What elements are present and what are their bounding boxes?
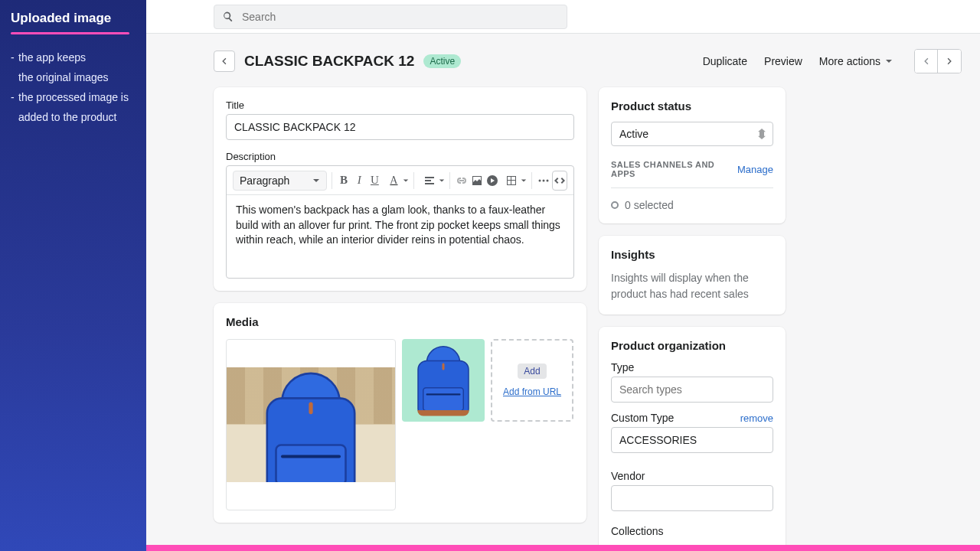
vendor-input[interactable] — [611, 485, 773, 511]
title-label: Title — [226, 99, 574, 111]
svg-point-3 — [546, 179, 548, 181]
topbar — [146, 0, 980, 34]
video-button[interactable] — [485, 170, 499, 191]
caret-down-icon — [885, 57, 893, 65]
page-header: CLASSIC BACKPACK 12 Active Duplicate Pre… — [214, 49, 962, 73]
circle-icon — [611, 201, 619, 209]
custom-type-label: Custom Type — [611, 412, 674, 424]
page-title: CLASSIC BACKPACK 12 — [244, 53, 414, 70]
search-input[interactable] — [242, 11, 559, 23]
editor-toolbar: Paragraph B I U A — [227, 166, 573, 195]
next-product-button[interactable] — [938, 50, 961, 73]
image-button[interactable] — [470, 170, 484, 191]
add-media-button[interactable]: Add — [518, 364, 546, 379]
sidebar-underline — [11, 32, 129, 34]
description-textarea[interactable]: This women's backpack has a glam look, t… — [227, 195, 573, 278]
caret-down-icon — [403, 178, 409, 184]
dots-icon — [537, 174, 550, 187]
type-label: Type — [611, 361, 634, 373]
product-organization-card: Product organization Type Custom Type re… — [599, 327, 786, 545]
title-input[interactable] — [226, 114, 574, 140]
caret-down-icon — [439, 178, 445, 184]
sidebar-list: -the app keeps the original images -the … — [11, 48, 136, 128]
table-icon — [505, 174, 518, 187]
sales-channels-label: SALES CHANNELS AND APPS — [611, 160, 737, 178]
italic-button[interactable]: I — [352, 170, 366, 191]
text-color-button[interactable]: A — [383, 170, 404, 191]
image-icon — [471, 174, 483, 187]
media-add-dropzone[interactable]: Add Add from URL — [491, 339, 573, 422]
description-editor: Paragraph B I U A — [226, 165, 574, 279]
custom-type-input[interactable] — [611, 427, 773, 453]
chevron-left-icon — [921, 56, 932, 67]
media-item-secondary[interactable] — [402, 339, 485, 422]
arrow-left-icon — [219, 56, 230, 67]
collections-label: Collections — [611, 525, 663, 537]
chevron-right-icon — [944, 56, 955, 67]
preview-button[interactable]: Preview — [764, 55, 802, 67]
prev-product-button[interactable] — [915, 50, 938, 73]
add-from-url-link[interactable]: Add from URL — [503, 386, 561, 397]
vendor-label: Vendor — [611, 470, 645, 482]
search-box[interactable] — [214, 5, 567, 29]
bold-button[interactable]: B — [337, 170, 351, 191]
type-input[interactable] — [611, 377, 773, 403]
duplicate-button[interactable]: Duplicate — [703, 55, 747, 67]
align-button[interactable] — [419, 170, 440, 191]
underline-button[interactable]: U — [368, 170, 381, 191]
footer-accent — [146, 545, 980, 551]
insights-card: Insights Insights will display when the … — [599, 236, 786, 315]
svg-point-1 — [538, 179, 541, 181]
paragraph-style-select[interactable]: Paragraph — [233, 171, 327, 191]
play-icon — [486, 174, 498, 187]
link-icon — [456, 174, 468, 187]
insights-title: Insights — [611, 248, 773, 261]
more-formatting-button[interactable] — [537, 170, 550, 191]
product-status-card: Product status Active SALES CHANNELS AND… — [599, 87, 786, 223]
caret-down-icon — [521, 178, 527, 184]
more-actions-button[interactable]: More actions — [819, 55, 893, 67]
media-item-primary[interactable] — [226, 339, 396, 510]
description-label: Description — [226, 151, 574, 162]
insights-text: Insights will display when the product h… — [611, 270, 773, 302]
svg-point-2 — [542, 179, 544, 181]
title-description-card: Title Description Paragraph B — [214, 87, 586, 291]
sidebar-title: Uploaded image — [11, 11, 136, 26]
info-sidebar: Uploaded image -the app keeps the origin… — [0, 0, 146, 551]
link-button[interactable] — [455, 170, 469, 191]
back-button[interactable] — [214, 51, 235, 72]
media-card: Media A — [214, 303, 586, 523]
product-status-title: Product status — [611, 99, 773, 112]
html-view-button[interactable] — [552, 171, 567, 191]
code-icon — [554, 174, 566, 187]
manage-channels-link[interactable]: Manage — [737, 164, 773, 175]
align-left-icon — [423, 174, 436, 187]
product-status-select[interactable]: Active — [611, 122, 773, 146]
search-icon — [222, 11, 234, 23]
media-title: Media — [226, 315, 574, 328]
product-organization-title: Product organization — [611, 339, 773, 352]
status-badge: Active — [423, 54, 461, 68]
custom-type-remove-link[interactable]: remove — [740, 412, 773, 424]
caret-down-icon — [312, 177, 320, 184]
channels-selected-row: 0 selected — [611, 199, 773, 211]
table-button[interactable] — [501, 170, 522, 191]
